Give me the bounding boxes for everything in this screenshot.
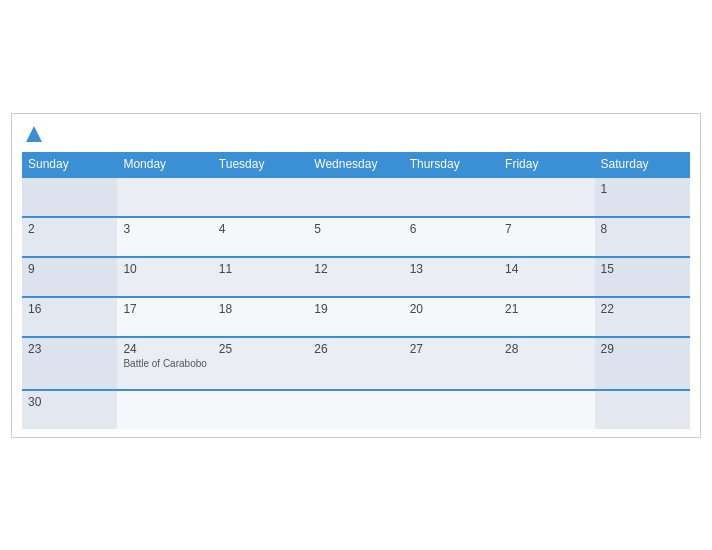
day-header-thursday: Thursday (404, 152, 499, 177)
day-number: 29 (601, 342, 684, 356)
day-number: 1 (601, 182, 684, 196)
calendar-cell: 12 (308, 257, 403, 297)
calendar-thead: SundayMondayTuesdayWednesdayThursdayFrid… (22, 152, 690, 177)
calendar-cell (117, 177, 212, 217)
calendar-week-row: 2345678 (22, 217, 690, 257)
day-number: 4 (219, 222, 302, 236)
calendar-cell: 25 (213, 337, 308, 390)
day-number: 2 (28, 222, 111, 236)
calendar-week-row: 1 (22, 177, 690, 217)
day-number: 10 (123, 262, 206, 276)
calendar-week-row: 2324Battle of Carabobo2526272829 (22, 337, 690, 390)
day-number: 11 (219, 262, 302, 276)
calendar-cell (404, 177, 499, 217)
day-number: 3 (123, 222, 206, 236)
day-number: 20 (410, 302, 493, 316)
day-number: 13 (410, 262, 493, 276)
calendar-week-row: 9101112131415 (22, 257, 690, 297)
day-number: 18 (219, 302, 302, 316)
calendar-cell: 14 (499, 257, 594, 297)
calendar-cell (404, 390, 499, 429)
day-header-sunday: Sunday (22, 152, 117, 177)
calendar-cell (308, 177, 403, 217)
calendar-week-row: 16171819202122 (22, 297, 690, 337)
day-header-monday: Monday (117, 152, 212, 177)
day-number: 22 (601, 302, 684, 316)
calendar-cell: 28 (499, 337, 594, 390)
day-header-wednesday: Wednesday (308, 152, 403, 177)
day-number: 27 (410, 342, 493, 356)
calendar-cell (499, 390, 594, 429)
logo (22, 124, 46, 144)
day-number: 21 (505, 302, 588, 316)
day-number: 25 (219, 342, 302, 356)
calendar-cell: 4 (213, 217, 308, 257)
calendar-cell: 11 (213, 257, 308, 297)
calendar-cell: 29 (595, 337, 690, 390)
calendar-cell (595, 390, 690, 429)
day-number: 24 (123, 342, 206, 356)
calendar-body: 123456789101112131415161718192021222324B… (22, 177, 690, 429)
day-number: 15 (601, 262, 684, 276)
logo-icon (24, 124, 44, 144)
calendar-cell (499, 177, 594, 217)
calendar-cell: 21 (499, 297, 594, 337)
calendar-cell: 20 (404, 297, 499, 337)
calendar-grid: SundayMondayTuesdayWednesdayThursdayFrid… (22, 152, 690, 429)
days-of-week-row: SundayMondayTuesdayWednesdayThursdayFrid… (22, 152, 690, 177)
calendar-cell (117, 390, 212, 429)
calendar-cell: 13 (404, 257, 499, 297)
day-number: 30 (28, 395, 111, 409)
day-header-tuesday: Tuesday (213, 152, 308, 177)
day-number: 9 (28, 262, 111, 276)
calendar-cell: 3 (117, 217, 212, 257)
calendar-cell (22, 177, 117, 217)
svg-marker-0 (26, 126, 42, 142)
calendar-week-row: 30 (22, 390, 690, 429)
calendar-cell (213, 177, 308, 217)
day-number: 19 (314, 302, 397, 316)
day-number: 7 (505, 222, 588, 236)
calendar-cell: 1 (595, 177, 690, 217)
calendar-cell: 6 (404, 217, 499, 257)
day-number: 6 (410, 222, 493, 236)
calendar-container: SundayMondayTuesdayWednesdayThursdayFrid… (11, 113, 701, 438)
calendar-cell: 24Battle of Carabobo (117, 337, 212, 390)
calendar-cell: 8 (595, 217, 690, 257)
calendar-cell: 7 (499, 217, 594, 257)
event-text: Battle of Carabobo (123, 358, 206, 369)
day-number: 5 (314, 222, 397, 236)
calendar-header (22, 124, 690, 144)
calendar-cell: 30 (22, 390, 117, 429)
calendar-cell: 16 (22, 297, 117, 337)
day-number: 23 (28, 342, 111, 356)
calendar-cell: 22 (595, 297, 690, 337)
calendar-cell: 26 (308, 337, 403, 390)
calendar-cell: 10 (117, 257, 212, 297)
day-number: 17 (123, 302, 206, 316)
day-header-saturday: Saturday (595, 152, 690, 177)
calendar-cell (308, 390, 403, 429)
day-number: 8 (601, 222, 684, 236)
calendar-cell: 2 (22, 217, 117, 257)
day-number: 16 (28, 302, 111, 316)
day-number: 14 (505, 262, 588, 276)
day-number: 26 (314, 342, 397, 356)
calendar-cell (213, 390, 308, 429)
calendar-cell: 9 (22, 257, 117, 297)
calendar-cell: 19 (308, 297, 403, 337)
day-number: 12 (314, 262, 397, 276)
calendar-cell: 5 (308, 217, 403, 257)
day-header-friday: Friday (499, 152, 594, 177)
calendar-cell: 15 (595, 257, 690, 297)
day-number: 28 (505, 342, 588, 356)
calendar-cell: 23 (22, 337, 117, 390)
calendar-cell: 18 (213, 297, 308, 337)
calendar-cell: 17 (117, 297, 212, 337)
calendar-cell: 27 (404, 337, 499, 390)
